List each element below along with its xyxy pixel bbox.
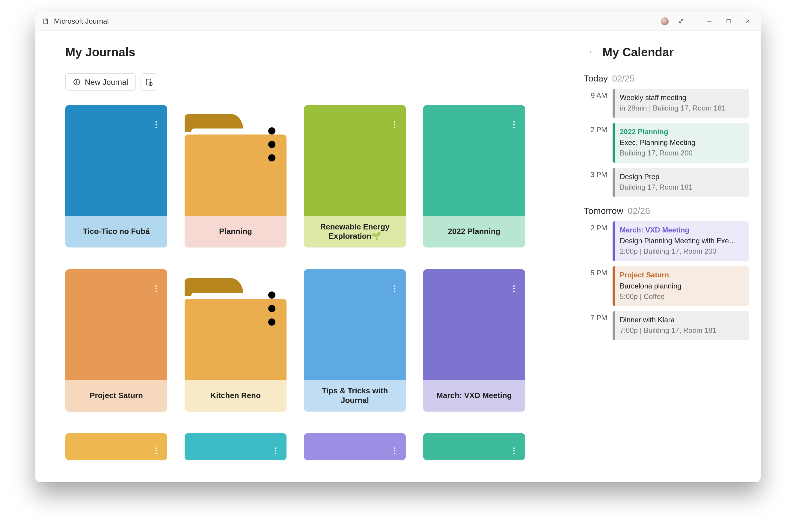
calendar-event-row: 3 PMDesign PrepBuilding 17, Room 181 [584,168,749,197]
card-title: Planning [185,216,286,247]
journals-toolbar: New Journal [65,73,569,91]
svg-point-31 [513,285,515,287]
svg-point-43 [513,448,515,449]
event-color-bar [613,266,615,306]
calendar-event-row: 2 PM2022 PlanningExec. Planning MeetingB… [584,123,749,163]
event-subtitle: 5:00p | Coffee [620,291,744,302]
card-menu-button[interactable] [390,446,399,455]
profile-avatar[interactable] [661,17,669,25]
journal-card[interactable]: Tips & Tricks with Journal [304,269,406,412]
calendar-event[interactable]: Weekly staff meetingin 28min | Building … [613,89,749,118]
calendar-day-header: Tomorrow 02/26 [584,206,749,216]
journal-card[interactable]: Renewable Energy Exploration🌱 [304,105,406,247]
journal-card[interactable]: Tico-Tico no Fubá [65,105,167,247]
journal-card[interactable] [65,433,167,460]
event-subtitle: in 28min | Building 17, Room 181 [620,103,744,114]
event-title: Design Prep [620,172,744,182]
svg-point-17 [394,124,395,126]
event-subtitle: 2:00p | Building 17, Room 200 [620,246,744,257]
journal-card[interactable]: 2022 Planning [423,105,525,247]
maximize-button[interactable] [722,14,736,28]
svg-point-35 [155,450,157,452]
card-menu-button[interactable] [510,446,518,455]
svg-point-25 [268,291,275,299]
journal-card[interactable]: Project Saturn [65,269,167,412]
svg-point-26 [268,305,275,312]
journals-grid: Tico-Tico no FubáPlanningRenewable Energ… [65,105,569,464]
calendar-event-row: 2 PMMarch: VXD MeetingDesign Planning Me… [584,221,749,261]
event-color-bar [613,123,615,163]
event-color-bar [613,221,615,261]
card-menu-button[interactable] [510,120,518,129]
title-bar: Microsoft Journal [35,12,761,31]
svg-point-41 [394,450,395,452]
new-journal-label: New Journal [85,78,128,87]
compact-mode-button[interactable] [674,14,688,28]
new-journal-button[interactable]: New Journal [65,73,136,91]
card-menu-button[interactable] [267,140,276,149]
card-title: 2022 Planning [423,216,525,247]
calendar-heading: My Calendar [603,45,674,59]
svg-point-30 [394,290,395,292]
calendar-event-row: 9 AMWeekly staff meetingin 28min | Build… [584,89,749,118]
card-menu-button[interactable] [152,284,161,293]
event-time: 2 PM [584,221,607,232]
event-category: Project Saturn [620,270,744,280]
svg-rect-2 [727,19,730,23]
card-menu-button[interactable] [271,446,280,455]
close-button[interactable] [741,14,755,28]
event-time: 7 PM [584,311,607,322]
event-title: Barcelona planning [620,281,744,291]
svg-point-36 [155,453,157,454]
svg-point-11 [155,124,157,126]
svg-point-14 [268,141,275,148]
titlebar-separator [695,17,695,25]
card-menu-button[interactable] [152,120,161,129]
calendar-event[interactable]: Design PrepBuilding 17, Room 181 [613,168,749,197]
card-menu-button[interactable] [267,304,276,313]
svg-point-38 [275,450,276,452]
card-menu-button[interactable] [390,284,399,293]
calendar-event[interactable]: March: VXD MeetingDesign Planning Meetin… [613,221,749,261]
svg-rect-0 [44,19,48,24]
minimize-button[interactable] [703,14,716,28]
journal-card[interactable]: March: VXD Meeting [423,269,525,412]
event-title: Dinner with Kiara [620,315,744,325]
calendar-event[interactable]: Dinner with Kiara7:00p | Building 17, Ro… [613,311,749,340]
event-title: Exec. Planning Meeting [620,137,744,148]
calendar-event[interactable]: Project SaturnBarcelona planning5:00p | … [613,266,749,306]
svg-point-18 [394,127,395,128]
svg-point-24 [155,290,157,292]
import-journal-button[interactable] [141,73,158,91]
svg-point-34 [155,448,157,449]
svg-point-20 [513,124,515,126]
journal-card[interactable] [185,433,286,460]
event-category: March: VXD Meeting [620,225,744,235]
calendar-event[interactable]: 2022 PlanningExec. Planning MeetingBuild… [613,123,749,163]
svg-point-45 [513,453,515,454]
svg-point-33 [513,290,515,292]
svg-point-10 [155,121,157,123]
journal-card[interactable] [304,433,406,460]
journal-card[interactable] [423,433,525,460]
event-time: 9 AM [584,89,607,100]
calendar-day-header: Today 02/25 [584,73,749,83]
card-menu-button[interactable] [152,446,161,455]
folder-card[interactable]: Planning [185,105,286,247]
calendar-panel: My Calendar Today 02/259 AMWeekly staff … [584,31,761,482]
calendar-event-row: 5 PMProject SaturnBarcelona planning5:00… [584,266,749,306]
event-color-bar [613,89,615,118]
svg-point-29 [394,288,395,289]
svg-point-16 [394,121,395,123]
card-menu-button[interactable] [390,120,399,129]
svg-point-23 [155,288,157,289]
svg-point-22 [155,285,157,287]
card-menu-button[interactable] [510,284,518,293]
folder-card[interactable]: Kitchen Reno [185,269,286,412]
event-subtitle: Building 17, Room 181 [620,182,744,193]
card-title: Renewable Energy Exploration🌱 [304,216,406,247]
collapse-calendar-button[interactable] [584,46,597,59]
app-window: Microsoft Journal [35,12,761,482]
page-title: My Journals [65,45,569,59]
event-subtitle: 7:00p | Building 17, Room 181 [620,325,744,336]
